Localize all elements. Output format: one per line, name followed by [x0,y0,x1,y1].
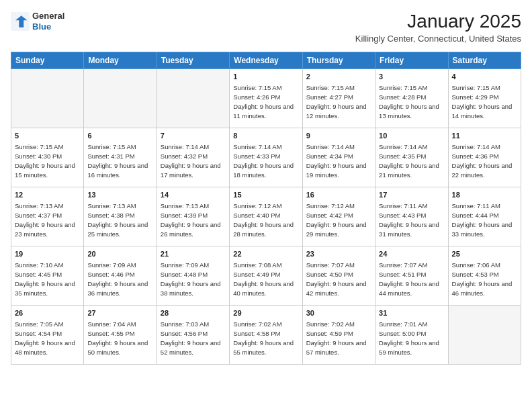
day-cell-12: 12Sunrise: 7:13 AM Sunset: 4:37 PM Dayli… [11,187,84,246]
day-number: 7 [161,131,226,141]
day-cell-31: 31Sunrise: 7:01 AM Sunset: 5:00 PM Dayli… [375,306,448,365]
empty-cell [448,306,521,365]
day-cell-14: 14Sunrise: 7:13 AM Sunset: 4:39 PM Dayli… [157,187,229,246]
day-info: Sunrise: 7:02 AM Sunset: 4:59 PM Dayligh… [306,320,371,357]
day-number: 25 [452,249,517,259]
day-number: 23 [306,249,371,259]
day-cell-19: 19Sunrise: 7:10 AM Sunset: 4:45 PM Dayli… [11,246,84,306]
logo-icon [11,12,30,31]
day-info: Sunrise: 7:12 AM Sunset: 4:42 PM Dayligh… [306,201,371,238]
day-info: Sunrise: 7:14 AM Sunset: 4:33 PM Dayligh… [233,142,298,179]
day-number: 24 [379,249,444,259]
day-cell-5: 5Sunrise: 7:15 AM Sunset: 4:30 PM Daylig… [11,128,84,187]
empty-cell [11,69,84,128]
page-header: General Blue January 2025 Killingly Cent… [11,11,521,44]
logo: General Blue [11,11,64,32]
day-info: Sunrise: 7:08 AM Sunset: 4:49 PM Dayligh… [233,261,298,298]
day-info: Sunrise: 7:13 AM Sunset: 4:39 PM Dayligh… [161,201,226,238]
day-info: Sunrise: 7:14 AM Sunset: 4:32 PM Dayligh… [161,142,226,179]
day-info: Sunrise: 7:14 AM Sunset: 4:34 PM Dayligh… [306,142,371,179]
day-cell-1: 1Sunrise: 7:15 AM Sunset: 4:26 PM Daylig… [230,69,302,128]
day-info: Sunrise: 7:09 AM Sunset: 4:46 PM Dayligh… [87,261,152,298]
day-cell-11: 11Sunrise: 7:14 AM Sunset: 4:36 PM Dayli… [448,128,521,187]
calendar-header-row: SundayMondayTuesdayWednesdayThursdayFrid… [11,52,521,69]
day-number: 9 [306,131,371,141]
day-number: 20 [87,249,152,259]
title-block: January 2025 Killingly Center, Connectic… [355,11,521,44]
day-header-tuesday: Tuesday [157,52,229,69]
day-number: 31 [379,308,444,318]
day-info: Sunrise: 7:15 AM Sunset: 4:27 PM Dayligh… [306,83,371,120]
logo-text: General Blue [32,11,64,32]
day-info: Sunrise: 7:14 AM Sunset: 4:36 PM Dayligh… [452,142,517,179]
day-header-saturday: Saturday [448,52,521,69]
day-number: 15 [233,190,298,200]
day-info: Sunrise: 7:11 AM Sunset: 4:43 PM Dayligh… [379,201,444,238]
day-number: 29 [233,308,298,318]
day-number: 19 [15,249,80,259]
day-number: 26 [15,308,80,318]
day-cell-4: 4Sunrise: 7:15 AM Sunset: 4:29 PM Daylig… [448,69,521,128]
day-number: 27 [87,308,152,318]
day-number: 6 [87,131,152,141]
day-info: Sunrise: 7:12 AM Sunset: 4:40 PM Dayligh… [233,201,298,238]
day-number: 13 [87,190,152,200]
day-info: Sunrise: 7:15 AM Sunset: 4:28 PM Dayligh… [379,83,444,120]
day-info: Sunrise: 7:15 AM Sunset: 4:26 PM Dayligh… [233,83,298,120]
day-cell-16: 16Sunrise: 7:12 AM Sunset: 4:42 PM Dayli… [302,187,375,246]
day-number: 17 [379,190,444,200]
week-row-1: 1Sunrise: 7:15 AM Sunset: 4:26 PM Daylig… [11,69,521,128]
day-cell-27: 27Sunrise: 7:04 AM Sunset: 4:55 PM Dayli… [84,306,157,365]
day-info: Sunrise: 7:11 AM Sunset: 4:44 PM Dayligh… [452,201,517,238]
day-number: 5 [15,131,80,141]
day-cell-29: 29Sunrise: 7:02 AM Sunset: 4:58 PM Dayli… [230,306,302,365]
week-row-4: 19Sunrise: 7:10 AM Sunset: 4:45 PM Dayli… [11,246,521,306]
day-info: Sunrise: 7:01 AM Sunset: 5:00 PM Dayligh… [379,320,444,357]
day-cell-20: 20Sunrise: 7:09 AM Sunset: 4:46 PM Dayli… [84,246,157,306]
logo-line2: Blue [32,21,51,32]
day-cell-9: 9Sunrise: 7:14 AM Sunset: 4:34 PM Daylig… [302,128,375,187]
empty-cell [84,69,157,128]
day-header-monday: Monday [84,52,157,69]
day-header-friday: Friday [375,52,448,69]
day-cell-28: 28Sunrise: 7:03 AM Sunset: 4:56 PM Dayli… [157,306,229,365]
day-cell-10: 10Sunrise: 7:14 AM Sunset: 4:35 PM Dayli… [375,128,448,187]
day-cell-21: 21Sunrise: 7:09 AM Sunset: 4:48 PM Dayli… [157,246,229,306]
day-info: Sunrise: 7:06 AM Sunset: 4:53 PM Dayligh… [452,261,517,298]
day-info: Sunrise: 7:13 AM Sunset: 4:37 PM Dayligh… [15,201,80,238]
day-info: Sunrise: 7:07 AM Sunset: 4:51 PM Dayligh… [379,261,444,298]
day-cell-15: 15Sunrise: 7:12 AM Sunset: 4:40 PM Dayli… [230,187,302,246]
day-number: 30 [306,308,371,318]
day-number: 12 [15,190,80,200]
day-cell-3: 3Sunrise: 7:15 AM Sunset: 4:28 PM Daylig… [375,69,448,128]
day-number: 16 [306,190,371,200]
day-cell-7: 7Sunrise: 7:14 AM Sunset: 4:32 PM Daylig… [157,128,229,187]
day-cell-30: 30Sunrise: 7:02 AM Sunset: 4:59 PM Dayli… [302,306,375,365]
day-cell-23: 23Sunrise: 7:07 AM Sunset: 4:50 PM Dayli… [302,246,375,306]
day-cell-6: 6Sunrise: 7:15 AM Sunset: 4:31 PM Daylig… [84,128,157,187]
day-cell-26: 26Sunrise: 7:05 AM Sunset: 4:54 PM Dayli… [11,306,84,365]
day-cell-8: 8Sunrise: 7:14 AM Sunset: 4:33 PM Daylig… [230,128,302,187]
day-info: Sunrise: 7:09 AM Sunset: 4:48 PM Dayligh… [161,261,226,298]
day-cell-17: 17Sunrise: 7:11 AM Sunset: 4:43 PM Dayli… [375,187,448,246]
main-title: January 2025 [355,11,521,32]
day-number: 10 [379,131,444,141]
day-number: 4 [452,72,517,82]
day-cell-13: 13Sunrise: 7:13 AM Sunset: 4:38 PM Dayli… [84,187,157,246]
day-cell-25: 25Sunrise: 7:06 AM Sunset: 4:53 PM Dayli… [448,246,521,306]
day-info: Sunrise: 7:05 AM Sunset: 4:54 PM Dayligh… [15,320,80,357]
day-header-thursday: Thursday [302,52,375,69]
day-cell-18: 18Sunrise: 7:11 AM Sunset: 4:44 PM Dayli… [448,187,521,246]
week-row-5: 26Sunrise: 7:05 AM Sunset: 4:54 PM Dayli… [11,306,521,365]
empty-cell [157,69,229,128]
day-header-wednesday: Wednesday [230,52,302,69]
day-cell-22: 22Sunrise: 7:08 AM Sunset: 4:49 PM Dayli… [230,246,302,306]
day-info: Sunrise: 7:10 AM Sunset: 4:45 PM Dayligh… [15,261,80,298]
day-info: Sunrise: 7:13 AM Sunset: 4:38 PM Dayligh… [87,201,152,238]
day-info: Sunrise: 7:07 AM Sunset: 4:50 PM Dayligh… [306,261,371,298]
subtitle: Killingly Center, Connecticut, United St… [355,34,521,44]
day-header-sunday: Sunday [11,52,84,69]
calendar: SundayMondayTuesdayWednesdayThursdayFrid… [11,52,521,365]
logo-line1: General [32,11,64,21]
day-number: 1 [233,72,298,82]
